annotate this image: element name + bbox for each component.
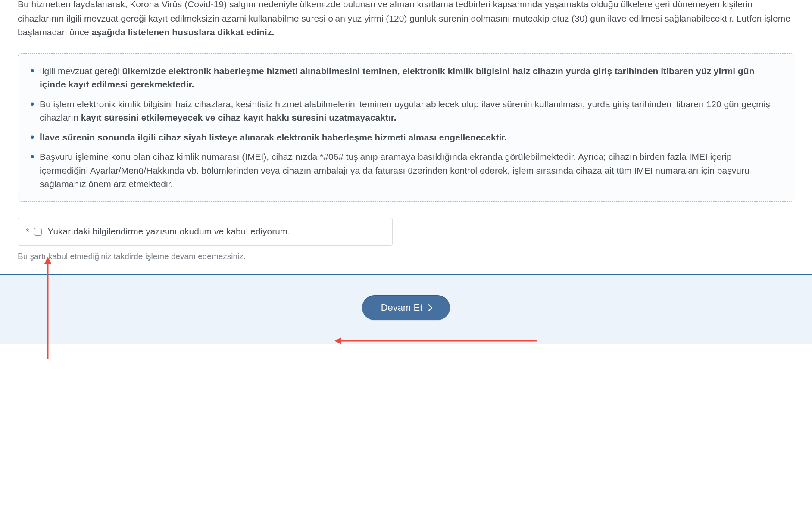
consent-row: * Yukarıdaki bilgilendirme yazısını okud… — [18, 218, 393, 246]
info-list: İlgili mevzuat gereği ülkemizde elektron… — [30, 64, 782, 191]
form-page: Bu hizmetten faydalanarak, Korona Virüs … — [0, 0, 812, 385]
info-item-plain-1: İlgili mevzuat gereği — [40, 66, 122, 76]
info-item-bold-1: İlave sürenin sonunda ilgili cihaz siyah… — [40, 132, 507, 142]
info-item-bold-1: kayıt süresini etkilemeyecek ve cihaz ka… — [81, 112, 397, 122]
info-list-item: İlave sürenin sonunda ilgili cihaz siyah… — [30, 131, 782, 144]
consent-checkbox[interactable] — [34, 228, 42, 236]
info-list-item: İlgili mevzuat gereği ülkemizde elektron… — [30, 64, 782, 91]
required-asterisk: * — [26, 225, 30, 239]
continue-button[interactable]: Devam Et — [362, 295, 450, 320]
action-area: Devam Et — [0, 274, 812, 344]
chevron-right-icon — [428, 304, 434, 312]
consent-label[interactable]: Yukarıdaki bilgilendirme yazısını okudum… — [48, 225, 290, 239]
intro-paragraph: Bu hizmetten faydalanarak, Korona Virüs … — [18, 0, 794, 40]
continue-button-label: Devam Et — [381, 302, 423, 313]
info-box: İlgili mevzuat gereği ülkemizde elektron… — [18, 53, 794, 202]
consent-hint: Bu şartı kabul etmediğiniz takdirde işle… — [18, 250, 794, 262]
info-item-bold-1: ülkemizde elektronik haberleşme hizmeti … — [40, 66, 754, 90]
info-list-item: Bu işlem elektronik kimlik bilgisini hai… — [30, 97, 782, 125]
intro-text-bold: aşağıda listelenen hususlara dikkat edin… — [92, 27, 275, 37]
info-item-plain-1: Başvuru işlemine konu olan cihaz kimlik … — [40, 152, 750, 189]
info-list-item: Başvuru işlemine konu olan cihaz kimlik … — [30, 150, 782, 191]
